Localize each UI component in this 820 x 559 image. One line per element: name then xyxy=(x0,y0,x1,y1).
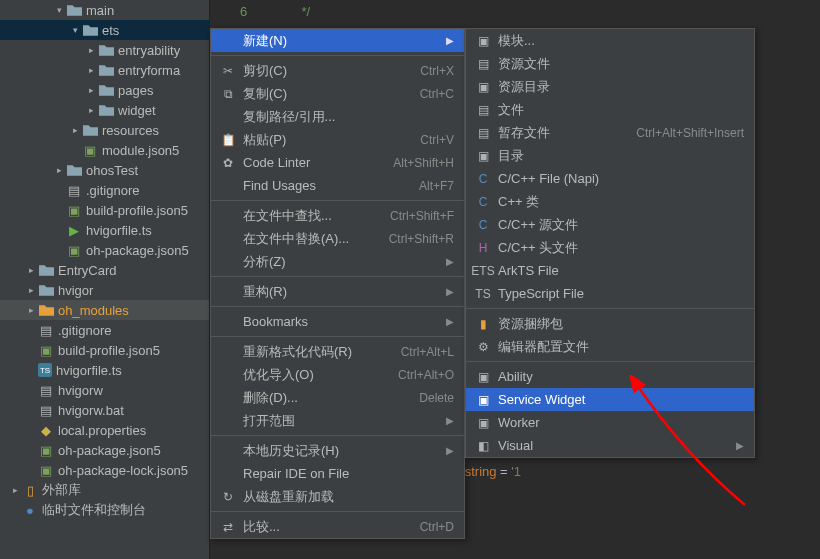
tree-file-hvigorw-bat[interactable]: ▤hvigorw.bat xyxy=(0,400,209,420)
menu-item-worker[interactable]: ▣Worker xyxy=(466,411,754,434)
menu-item-typescript[interactable]: TSTypeScript File xyxy=(466,282,754,305)
chevron-right-icon: ▸ xyxy=(54,165,64,175)
menu-item-repair-ide[interactable]: Repair IDE on File xyxy=(211,462,464,485)
menu-item-cut[interactable]: ✂剪切(C)Ctrl+X xyxy=(211,59,464,82)
project-tree: ▾main ▾ets ▸entryability ▸entryforma ▸pa… xyxy=(0,0,210,559)
file-icon: ▤ xyxy=(474,57,492,71)
chevron-right-icon: ▸ xyxy=(26,265,36,275)
menu-item-cc-source[interactable]: CC/C++ 源文件 xyxy=(466,213,754,236)
tree-scratches[interactable]: ●临时文件和控制台 xyxy=(0,500,209,520)
tree-folder-ohostest[interactable]: ▸ohosTest xyxy=(0,160,209,180)
file-icon: ▤ xyxy=(38,382,54,398)
folder-icon: ▣ xyxy=(474,149,492,163)
tree-folder-entrycard[interactable]: ▸EntryCard xyxy=(0,260,209,280)
ts-icon: TS xyxy=(474,287,492,301)
menu-item-replace-in-files[interactable]: 在文件中替换(A)...Ctrl+Shift+R xyxy=(211,227,464,250)
menu-item-new[interactable]: 新建(N)▶ xyxy=(211,29,464,52)
chevron-right-icon: ▸ xyxy=(86,65,96,75)
tree-file-module-json5[interactable]: ▣module.json5 xyxy=(0,140,209,160)
chevron-down-icon: ▾ xyxy=(70,25,80,35)
menu-item-paste[interactable]: 📋粘贴(P)Ctrl+V xyxy=(211,128,464,151)
folder-icon: ▣ xyxy=(474,80,492,94)
menu-item-resource-dir[interactable]: ▣资源目录 xyxy=(466,75,754,98)
file-icon: ▤ xyxy=(38,402,54,418)
menu-item-compare[interactable]: ⇄比较...Ctrl+D xyxy=(211,515,464,538)
menu-item-module[interactable]: ▣模块... xyxy=(466,29,754,52)
tree-file-build-profile[interactable]: ▣build-profile.json5 xyxy=(0,200,209,220)
chevron-right-icon: ▸ xyxy=(26,285,36,295)
tree-folder-widget[interactable]: ▸widget xyxy=(0,100,209,120)
menu-item-copy-path[interactable]: 复制路径/引用... xyxy=(211,105,464,128)
menu-item-cc-header[interactable]: HC/C++ 头文件 xyxy=(466,236,754,259)
menu-item-find-in-files[interactable]: 在文件中查找...Ctrl+Shift+F xyxy=(211,204,464,227)
submenu-arrow-icon: ▶ xyxy=(446,286,454,297)
tree-folder-hvigor[interactable]: ▸hvigor xyxy=(0,280,209,300)
json5-icon: ▣ xyxy=(38,442,54,458)
bundle-icon: ▮ xyxy=(474,317,492,331)
menu-item-local-history[interactable]: 本地历史记录(H)▶ xyxy=(211,439,464,462)
tree-external-libs[interactable]: ▸▯外部库 xyxy=(0,480,209,500)
submenu-new: ▣模块... ▤资源文件 ▣资源目录 ▤文件 ▤暂存文件Ctrl+Alt+Shi… xyxy=(465,28,755,458)
menu-separator xyxy=(211,336,464,337)
submenu-arrow-icon: ▶ xyxy=(446,35,454,46)
tree-file-gitignore[interactable]: ▤.gitignore xyxy=(0,320,209,340)
menu-item-cpp-class[interactable]: CC++ 类 xyxy=(466,190,754,213)
tree-folder-pages[interactable]: ▸pages xyxy=(0,80,209,100)
tree-folder-main[interactable]: ▾main xyxy=(0,0,209,20)
menu-item-directory[interactable]: ▣目录 xyxy=(466,144,754,167)
tree-folder-oh-modules[interactable]: ▸oh_modules xyxy=(0,300,209,320)
ets-icon: ETS xyxy=(474,264,492,278)
menu-item-reload-disk[interactable]: ↻从磁盘重新加载 xyxy=(211,485,464,508)
menu-separator xyxy=(211,435,464,436)
chevron-right-icon: ▸ xyxy=(70,125,80,135)
menu-item-find-usages[interactable]: Find UsagesAlt+F7 xyxy=(211,174,464,197)
menu-item-resource-file[interactable]: ▤资源文件 xyxy=(466,52,754,75)
submenu-arrow-icon: ▶ xyxy=(446,415,454,426)
worker-icon: ▣ xyxy=(474,416,492,430)
ts-icon: TS xyxy=(38,363,52,377)
menu-item-copy[interactable]: ⧉复制(C)Ctrl+C xyxy=(211,82,464,105)
tree-file-local-properties[interactable]: ◆local.properties xyxy=(0,420,209,440)
tree-folder-entryforma[interactable]: ▸entryforma xyxy=(0,60,209,80)
tree-file-build-profile[interactable]: ▣build-profile.json5 xyxy=(0,340,209,360)
menu-item-ability[interactable]: ▣Ability xyxy=(466,365,754,388)
tree-file-gitignore[interactable]: ▤.gitignore xyxy=(0,180,209,200)
copy-icon: ⧉ xyxy=(219,87,237,101)
gitignore-icon: ▤ xyxy=(66,182,82,198)
menu-item-delete[interactable]: 删除(D)...Delete xyxy=(211,386,464,409)
menu-item-analyze[interactable]: 分析(Z)▶ xyxy=(211,250,464,273)
menu-item-bookmarks[interactable]: Bookmarks▶ xyxy=(211,310,464,333)
menu-item-open-in[interactable]: 打开范围▶ xyxy=(211,409,464,432)
tree-file-hvigorfile-ts[interactable]: TShvigorfile.ts xyxy=(0,360,209,380)
menu-item-service-widget[interactable]: ▣Service Widget xyxy=(466,388,754,411)
gitignore-icon: ▤ xyxy=(38,322,54,338)
menu-item-file[interactable]: ▤文件 xyxy=(466,98,754,121)
menu-item-arkts[interactable]: ETSArkTS File xyxy=(466,259,754,282)
tree-folder-resources[interactable]: ▸resources xyxy=(0,120,209,140)
tree-file-oh-package-lock[interactable]: ▣oh-package-lock.json5 xyxy=(0,460,209,480)
paste-icon: 📋 xyxy=(219,133,237,147)
tree-file-hvigorfile-ts[interactable]: ▶hvigorfile.ts xyxy=(0,220,209,240)
menu-item-visual[interactable]: ◧Visual▶ xyxy=(466,434,754,457)
menu-item-resource-bundle[interactable]: ▮资源捆绑包 xyxy=(466,312,754,335)
json5-icon: ▣ xyxy=(82,142,98,158)
run-icon: ▶ xyxy=(66,222,82,238)
tree-file-hvigorw[interactable]: ▤hvigorw xyxy=(0,380,209,400)
menu-item-scratch-file[interactable]: ▤暂存文件Ctrl+Alt+Shift+Insert xyxy=(466,121,754,144)
menu-item-refactor[interactable]: 重构(R)▶ xyxy=(211,280,464,303)
tree-file-oh-package[interactable]: ▣oh-package.json5 xyxy=(0,240,209,260)
tree-folder-ets[interactable]: ▾ets xyxy=(0,20,209,40)
menu-item-reformat[interactable]: 重新格式化代码(R)Ctrl+Alt+L xyxy=(211,340,464,363)
compare-icon: ⇄ xyxy=(219,520,237,534)
c-file-icon: C xyxy=(474,172,492,186)
folder-icon xyxy=(82,22,98,38)
menu-item-code-linter[interactable]: ✿Code LinterAlt+Shift+H xyxy=(211,151,464,174)
menu-item-editorconfig[interactable]: ⚙编辑器配置文件 xyxy=(466,335,754,358)
menu-item-cc-napi[interactable]: CC/C++ File (Napi) xyxy=(466,167,754,190)
submenu-arrow-icon: ▶ xyxy=(446,316,454,327)
chevron-down-icon: ▾ xyxy=(54,5,64,15)
tree-file-oh-package[interactable]: ▣oh-package.json5 xyxy=(0,440,209,460)
menu-item-optimize-imports[interactable]: 优化导入(O)Ctrl+Alt+O xyxy=(211,363,464,386)
menu-separator xyxy=(211,276,464,277)
tree-folder-entryability[interactable]: ▸entryability xyxy=(0,40,209,60)
